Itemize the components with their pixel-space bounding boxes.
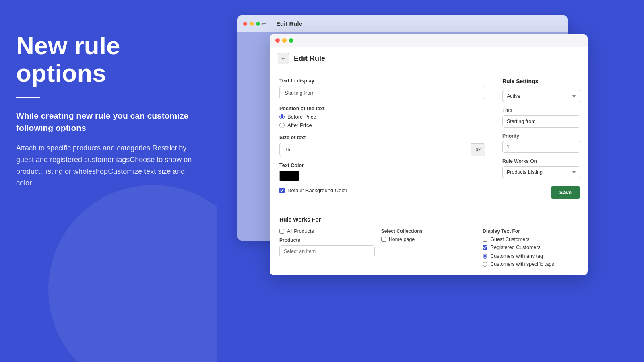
works-on-label: Rule Works On	[502, 158, 580, 164]
titlebar-dot-yellow	[282, 38, 287, 43]
dot-red	[243, 22, 247, 26]
position-before-price[interactable]: Before Price	[279, 114, 485, 120]
size-input-row: px	[279, 143, 485, 156]
back-button[interactable]: ←	[278, 53, 289, 64]
window-titlebar	[270, 34, 588, 47]
specific-tags-radio-label[interactable]: Customers with specific tags	[483, 261, 578, 267]
priority-input[interactable]	[502, 141, 580, 153]
guest-customers-label: Guest Customers	[490, 237, 529, 242]
after-price-label: After Price	[287, 122, 312, 128]
all-products-checkbox[interactable]	[279, 229, 284, 234]
rule-works-for-title: Rule Works For	[279, 216, 578, 223]
heading-divider	[16, 97, 40, 98]
all-products-checkbox-label[interactable]: All Products	[279, 228, 375, 234]
display-text-for-label: Display Text For	[483, 228, 578, 234]
registered-customers-checkbox[interactable]	[483, 245, 487, 250]
bg-titlebar: ← Edit Rule	[237, 15, 568, 32]
dot-green	[256, 22, 260, 26]
collections-group: Select Collections Home page	[381, 228, 477, 267]
color-label: Text Color	[279, 162, 485, 168]
color-swatch[interactable]	[279, 171, 299, 181]
page-title: Edit Rule	[294, 54, 325, 63]
save-button[interactable]: Save	[551, 186, 580, 199]
title-input[interactable]	[502, 115, 580, 128]
customer-tag-radio-group: Customers with any tag Customers with sp…	[483, 253, 578, 267]
guest-customers-checkbox-label[interactable]: Guest Customers	[483, 237, 578, 242]
window-dots	[275, 38, 293, 43]
home-page-checkbox[interactable]	[381, 237, 386, 242]
body-text: Attach to specific products and categori…	[16, 142, 201, 189]
titlebar-dot-red	[275, 38, 280, 43]
size-input[interactable]	[279, 143, 471, 156]
default-bg-label: Default Background Color	[287, 187, 347, 193]
back-arrow-icon: ←	[281, 55, 286, 62]
collections-checkboxes: Home page	[381, 237, 477, 242]
all-products-label: All Products	[287, 228, 314, 234]
status-select[interactable]: Active Inactive	[502, 90, 580, 102]
works-on-group: Rule Works On Products Listing Product P…	[502, 158, 580, 178]
collections-label: Select Collections	[381, 228, 477, 234]
size-group: Size of text px	[279, 135, 485, 156]
sidebar-settings: Rule Settings Active Inactive Title Prio…	[495, 70, 588, 208]
products-group: All Products Products	[279, 228, 375, 267]
specific-tags-radio[interactable]	[483, 262, 487, 267]
display-checkboxes: Guest Customers Registered Customers	[483, 237, 578, 250]
title-label: Title	[502, 108, 580, 113]
home-page-checkbox-label[interactable]: Home page	[381, 237, 477, 242]
products-label: Products	[279, 237, 375, 243]
position-label: Position of the text	[279, 106, 485, 111]
works-on-select[interactable]: Products Listing Product Page Whole Shop	[502, 166, 580, 178]
text-to-display-group: Text to display	[279, 78, 485, 99]
status-group: Active Inactive	[502, 90, 580, 102]
window-header: ← Edit Rule	[270, 47, 588, 70]
any-tag-label: Customers with any tag	[490, 253, 543, 259]
bg-window-dots	[243, 22, 260, 26]
bg-window-title: Edit Rule	[276, 20, 302, 27]
products-input[interactable]	[279, 245, 375, 257]
left-panel: New rule options While creating new rule…	[0, 0, 217, 362]
text-to-display-input[interactable]	[279, 86, 485, 99]
home-page-label: Home page	[389, 237, 415, 242]
priority-label: Priority	[502, 133, 580, 139]
dot-yellow	[250, 22, 254, 26]
text-to-display-label: Text to display	[279, 78, 485, 84]
before-price-label: Before Price	[287, 114, 316, 120]
default-bg-checkbox[interactable]	[279, 188, 285, 193]
display-text-for-group: Display Text For Guest Customers Registe…	[483, 228, 578, 267]
any-tag-radio-label[interactable]: Customers with any tag	[483, 253, 578, 259]
main-heading: New rule options	[16, 32, 201, 87]
form-area: Text to display Position of the text Bef…	[270, 70, 495, 208]
color-group: Text Color	[279, 162, 485, 181]
position-group: Position of the text Before Price After …	[279, 106, 485, 128]
position-after-price[interactable]: After Price	[279, 122, 485, 128]
main-window: ← Edit Rule Text to display Position of …	[270, 34, 588, 275]
position-radio-group: Before Price After Price	[279, 114, 485, 128]
window-body: Text to display Position of the text Bef…	[270, 70, 588, 208]
guest-customers-checkbox[interactable]	[483, 237, 487, 242]
right-panel: ← Edit Rule ← Edit Rule Text to	[217, 0, 644, 362]
size-label: Size of text	[279, 135, 485, 140]
titlebar-dot-green	[289, 38, 293, 43]
default-bg-checkbox-label[interactable]: Default Background Color	[279, 187, 485, 193]
priority-group: Priority	[502, 133, 580, 153]
settings-title: Rule Settings	[502, 78, 580, 84]
registered-customers-label: Registered Customers	[490, 245, 540, 250]
specific-tags-label: Customers with specific tags	[490, 261, 554, 267]
any-tag-radio[interactable]	[483, 254, 487, 259]
subtitle: While creating new rule you can customiz…	[16, 110, 201, 134]
bottom-section: Rule Works For All Products Products Sel…	[270, 208, 588, 275]
bottom-grid: All Products Products Select Collections…	[279, 228, 578, 267]
title-group: Title	[502, 108, 580, 128]
default-bg-group: Default Background Color	[279, 187, 485, 193]
size-suffix: px	[471, 143, 485, 156]
bg-back-arrow: ←	[260, 19, 267, 28]
registered-customers-checkbox-label[interactable]: Registered Customers	[483, 245, 578, 250]
